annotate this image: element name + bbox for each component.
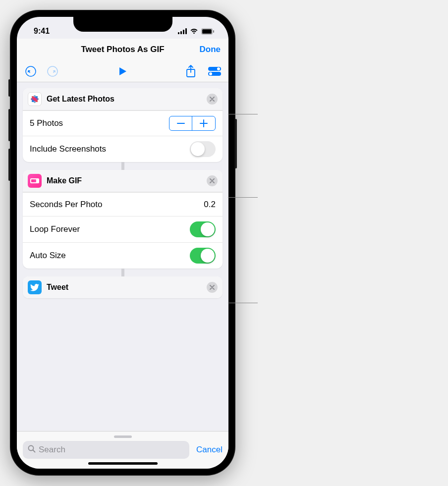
callout-line xyxy=(228,303,258,303)
svg-line-26 xyxy=(33,450,35,452)
remove-action-button[interactable] xyxy=(207,282,218,293)
callout-line xyxy=(228,114,258,114)
action-title: Get Latest Photos xyxy=(47,95,207,104)
remove-action-button[interactable] xyxy=(207,175,218,186)
action-connector xyxy=(121,162,124,170)
svg-rect-2 xyxy=(183,30,184,34)
svg-point-13 xyxy=(209,72,212,75)
status-time: 9:41 xyxy=(34,27,50,36)
auto-size-label: Auto Size xyxy=(30,251,66,261)
page-title: Tweet Photos As GIF xyxy=(81,45,164,54)
photos-icon xyxy=(28,92,42,106)
gif-icon xyxy=(28,174,42,188)
svg-rect-5 xyxy=(202,29,212,34)
shortcut-editor-content[interactable]: Get Latest Photos 5 Photos xyxy=(17,82,228,431)
volume-up-button xyxy=(8,109,10,141)
iphone-device-frame: 9:41 Tweet Photos As GIF Done xyxy=(10,10,235,476)
mute-switch xyxy=(8,79,10,97)
action-get-latest-photos: Get Latest Photos 5 Photos xyxy=(23,88,223,162)
svg-rect-1 xyxy=(180,31,182,34)
wifi-icon xyxy=(190,28,198,34)
svg-point-8 xyxy=(48,66,57,76)
callout-line xyxy=(228,197,258,198)
remove-action-button[interactable] xyxy=(207,94,218,105)
twitter-icon xyxy=(28,280,42,294)
notch xyxy=(73,17,172,32)
battery-icon xyxy=(201,28,215,35)
svg-rect-24 xyxy=(200,123,208,124)
run-button[interactable] xyxy=(116,64,130,78)
svg-rect-3 xyxy=(185,28,187,34)
drag-grabber[interactable] xyxy=(114,435,132,438)
action-connector xyxy=(121,269,124,276)
search-placeholder: Search xyxy=(39,445,65,455)
settings-button[interactable] xyxy=(208,64,222,78)
home-indicator[interactable] xyxy=(88,462,158,465)
cellular-icon xyxy=(178,28,187,34)
photo-count-stepper xyxy=(169,116,216,131)
svg-rect-6 xyxy=(213,30,214,33)
undo-button[interactable] xyxy=(24,64,38,78)
share-button[interactable] xyxy=(184,64,198,78)
include-screenshots-switch[interactable] xyxy=(190,141,216,157)
action-tweet: Tweet xyxy=(23,276,223,298)
editor-toolbar xyxy=(17,60,228,82)
side-button xyxy=(235,119,237,168)
include-screenshots-label: Include Screenshots xyxy=(30,144,106,154)
action-title: Tweet xyxy=(47,283,207,292)
action-make-gif: Make GIF Seconds Per Photo 0.2 Loop Fore… xyxy=(23,170,223,269)
loop-forever-switch[interactable] xyxy=(190,221,216,237)
screen: 9:41 Tweet Photos As GIF Done xyxy=(17,17,228,469)
stepper-minus-button[interactable] xyxy=(169,116,192,130)
stepper-plus-button[interactable] xyxy=(192,116,215,130)
auto-size-switch[interactable] xyxy=(190,248,216,264)
loop-forever-label: Loop Forever xyxy=(30,224,80,234)
redo-button[interactable] xyxy=(46,64,59,78)
cancel-button[interactable]: Cancel xyxy=(196,445,223,455)
done-button[interactable]: Done xyxy=(200,45,221,54)
search-input[interactable]: Search xyxy=(23,441,189,459)
seconds-per-photo-label: Seconds Per Photo xyxy=(30,200,102,210)
svg-rect-0 xyxy=(178,32,179,34)
svg-rect-22 xyxy=(177,123,185,124)
navigation-bar: Tweet Photos As GIF Done xyxy=(17,39,228,60)
svg-point-11 xyxy=(217,67,220,70)
photo-count-label: 5 Photos xyxy=(30,118,63,128)
action-title: Make GIF xyxy=(47,176,207,185)
seconds-per-photo-value[interactable]: 0.2 xyxy=(204,200,216,210)
svg-point-7 xyxy=(26,66,36,76)
volume-down-button xyxy=(8,149,10,181)
search-icon xyxy=(28,445,36,455)
